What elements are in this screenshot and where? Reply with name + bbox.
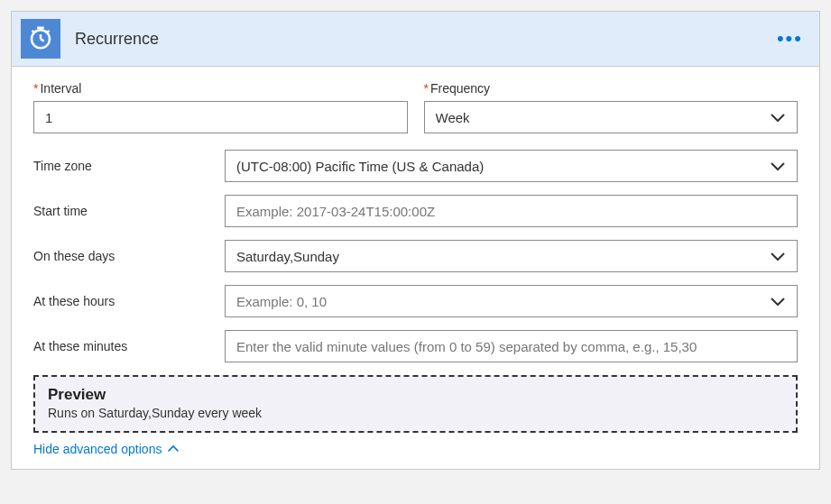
svg-line-5 <box>32 30 35 32</box>
frequency-select[interactable]: Week <box>424 101 799 133</box>
start-time-label: Start time <box>33 204 225 218</box>
on-days-label: On these days <box>33 249 225 263</box>
at-minutes-label: At these minutes <box>33 339 225 353</box>
clock-icon <box>27 24 54 54</box>
chevron-down-icon <box>770 159 786 174</box>
frequency-value: Week <box>436 110 763 125</box>
preview-title: Preview <box>48 386 783 404</box>
hide-advanced-options-link[interactable]: Hide advanced options <box>33 442 180 456</box>
timezone-row: Time zone (UTC-08:00) Pacific Time (US &… <box>33 150 798 182</box>
card-title: Recurrence <box>75 30 771 49</box>
interval-label: *Interval <box>33 81 408 96</box>
on-days-row: On these days Saturday,Sunday <box>33 240 798 272</box>
at-hours-label: At these hours <box>33 294 225 308</box>
on-days-value: Saturday,Sunday <box>236 249 762 264</box>
at-minutes-input[interactable] <box>225 330 798 362</box>
preview-text: Runs on Saturday,Sunday every week <box>48 406 783 420</box>
at-hours-row: At these hours Example: 0, 10 <box>33 285 798 317</box>
chevron-up-icon <box>167 442 180 456</box>
chevron-down-icon <box>770 110 786 125</box>
card-header: Recurrence ••• <box>12 12 819 67</box>
chevron-down-icon <box>770 294 786 309</box>
at-hours-select[interactable]: Example: 0, 10 <box>225 285 798 317</box>
timezone-value: (UTC-08:00) Pacific Time (US & Canada) <box>236 159 762 174</box>
start-time-row: Start time <box>33 195 798 227</box>
card-menu-button[interactable]: ••• <box>771 29 808 49</box>
timezone-label: Time zone <box>33 159 225 173</box>
timezone-select[interactable]: (UTC-08:00) Pacific Time (US & Canada) <box>225 150 798 182</box>
interval-frequency-row: *Interval *Frequency Week <box>33 81 798 133</box>
recurrence-icon-box <box>21 19 60 59</box>
on-days-select[interactable]: Saturday,Sunday <box>225 240 798 272</box>
frequency-field: *Frequency Week <box>424 81 799 133</box>
at-hours-placeholder: Example: 0, 10 <box>236 294 762 309</box>
svg-line-2 <box>41 39 44 41</box>
chevron-down-icon <box>770 249 786 264</box>
advanced-link-text: Hide advanced options <box>33 442 162 456</box>
interval-input[interactable] <box>33 101 408 133</box>
recurrence-card: Recurrence ••• *Interval *Frequency Week… <box>11 11 820 470</box>
preview-box: Preview Runs on Saturday,Sunday every we… <box>33 375 798 433</box>
interval-field: *Interval <box>33 81 408 133</box>
frequency-label: *Frequency <box>424 81 799 96</box>
card-body: *Interval *Frequency Week Time zone (UTC… <box>12 67 819 469</box>
start-time-input[interactable] <box>225 195 798 227</box>
at-minutes-row: At these minutes <box>33 330 798 362</box>
svg-line-6 <box>47 30 50 32</box>
